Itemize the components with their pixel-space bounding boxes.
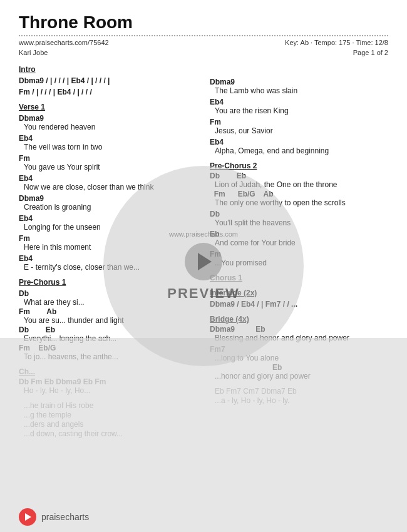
v1-lyric-5: Creation is groaning	[24, 203, 197, 212]
interlude-line: Dbma9 / Eb4 / | Fm7 / / ...	[210, 300, 388, 309]
footer-play-icon	[25, 513, 31, 521]
pc1-chord-3: Db Eb	[19, 325, 197, 334]
pc2-lyric-3: You'll split the heavens	[215, 218, 388, 227]
chorus1-section: Chorus 1	[210, 274, 388, 282]
v1c-chord-4: Eb4	[210, 138, 388, 146]
interlude-section: Interlude (2x) Dbma9 / Eb4 / | Fm7 / / .…	[210, 289, 388, 309]
v1-chord-3: Fm	[19, 154, 197, 163]
verse1-section: Verse 1 Dbma9 You rendered heaven Eb4 Th…	[19, 103, 197, 272]
bridge-label: Bridge (4x)	[210, 315, 388, 324]
song-key-tempo: Key: Ab · Tempo: 175 · Time: 12/8	[285, 39, 388, 46]
pc2-chord-4: Eb	[210, 230, 388, 238]
v1-chord-5: Dbma9	[19, 194, 197, 203]
interlude-label: Interlude (2x)	[210, 289, 388, 297]
intro-line-2: Fm / | / / / | Eb4 / | / / /	[19, 88, 197, 96]
v1-chord-2: Eb4	[19, 134, 197, 143]
song-url: www.praisecharts.com/75642	[19, 39, 109, 46]
gray-overlay	[0, 338, 407, 532]
pc2-lyric-1: Lion of Judah, the One on the throne	[215, 180, 388, 189]
author-row: Kari Jobe Page 1 of 2	[19, 49, 388, 56]
v1c-chord-3: Fm	[210, 118, 388, 126]
pc2-chord-5: Fm	[210, 250, 388, 258]
v1-chord-4: Eb4	[19, 174, 197, 183]
pc2-chord-2: Fm Eb/G Ab	[210, 190, 388, 198]
footer-logo	[19, 508, 36, 526]
verse1-cont-section: Dbma9 The Lamb who was slain Eb4 You are…	[210, 65, 388, 155]
song-author: Kari Jobe	[19, 49, 48, 56]
footer: praisecharts	[19, 508, 89, 526]
v1-lyric-1: You rendered heaven	[24, 123, 197, 131]
v1-lyric-2: The veil was torn in two	[24, 143, 197, 151]
v1-chord-7: Fm	[19, 234, 197, 243]
pre-chorus-1-label: Pre-Chorus 1	[19, 278, 197, 287]
v1c-chord-2: Eb4	[210, 98, 388, 106]
pre-chorus-2-section: Pre-Chorus 2 Db Eb Lion of Judah, the On…	[210, 161, 388, 267]
meta-row: www.praisecharts.com/75642 Key: Ab · Tem…	[19, 39, 388, 46]
divider	[19, 35, 388, 36]
v1-chord-6: Eb4	[19, 214, 197, 223]
pc2-lyric-4: And come for Your bride	[215, 238, 388, 247]
verse1-label: Verse 1	[19, 103, 197, 111]
pc2-chord-3: Db	[210, 210, 388, 218]
pc1-chord-2: Fm Ab	[19, 307, 197, 316]
v1c-lyric-3: Jesus, our Savior	[215, 126, 388, 135]
pc2-chord-1: Db Eb	[210, 171, 388, 180]
v1-lyric-7: Here in this moment	[24, 243, 197, 252]
v1-lyric-6: Longing for the unseen	[24, 223, 197, 232]
v1-lyric-4: Now we are close, closer than we think	[24, 183, 197, 192]
pc2-lyric-2: The only one worthy to open the scrolls	[215, 198, 388, 207]
intro-label: Intro	[19, 65, 197, 74]
v1-chord-8: Eb4	[19, 254, 197, 263]
pre-chorus-2-label: Pre-Chorus 2	[210, 161, 388, 170]
chorus1-label: Chorus 1	[210, 274, 388, 282]
pc1-chord-1: Db	[19, 289, 197, 298]
pc2-lyric-5: ...You promised	[215, 258, 388, 267]
v1c-lyric-1: The Lamb who was slain	[215, 86, 388, 95]
page-number: Page 1 of 2	[353, 49, 388, 56]
pc1-lyric-2: You are su... thunder and light	[24, 316, 197, 325]
v1-lyric-8: E - ternity's close, closer than we...	[24, 263, 197, 272]
v1-lyric-3: You gave us Your spirit	[24, 163, 197, 171]
pc1-lyric-1: What are they si...	[24, 298, 197, 307]
v1-chord-1: Dbma9	[19, 114, 197, 123]
intro-section: Intro Dbma9 / | / / / | Eb4 / | / / / | …	[19, 65, 197, 96]
v1c-lyric-2: You are the risen King	[215, 106, 388, 115]
song-title: Throne Room	[19, 13, 388, 33]
intro-line-1: Dbma9 / | / / / | Eb4 / | / / / |	[19, 76, 197, 85]
v1c-lyric-4: Alpha, Omega, end and beginning	[215, 146, 388, 155]
footer-brand-text: praisecharts	[41, 512, 89, 522]
page: Throne Room www.praisecharts.com/75642 K…	[0, 0, 407, 532]
v1c-chord-1: Dbma9	[210, 78, 388, 86]
bridge-chord-1: Dbma9 Eb	[210, 325, 388, 334]
